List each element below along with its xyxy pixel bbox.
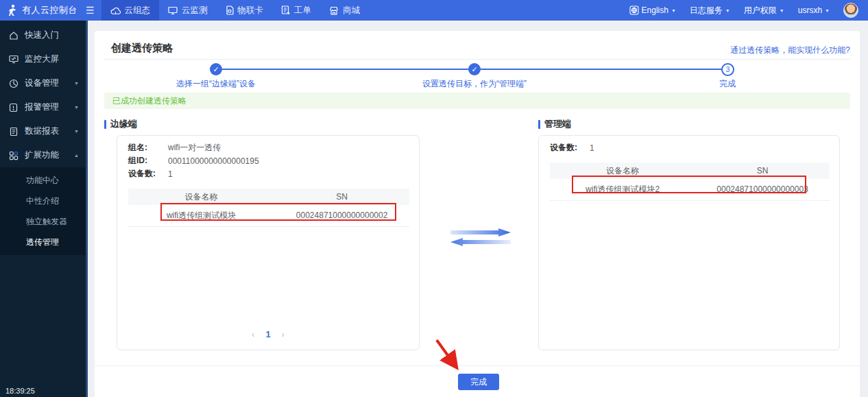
device-count-value: 1 bbox=[590, 143, 594, 153]
step-2-circle-done: ✓ bbox=[468, 63, 481, 75]
topnav-label: 物联卡 bbox=[238, 5, 264, 16]
report-icon bbox=[8, 127, 19, 136]
pagination-prev-icon[interactable]: ‹ bbox=[252, 329, 254, 339]
step-1-circle-done: ✓ bbox=[210, 63, 222, 75]
sidebar-item-data-report[interactable]: 数据报表 ▼ bbox=[0, 119, 86, 143]
app-logo[interactable]: 有人云控制台 bbox=[0, 4, 83, 16]
section-label: 边缘端 bbox=[110, 118, 137, 130]
pagination: ‹ 1 › bbox=[117, 329, 419, 339]
footer-divider bbox=[95, 365, 860, 366]
table-header-row: 设备名称 SN bbox=[550, 163, 830, 179]
work-order-icon bbox=[281, 5, 290, 15]
extensions-grid-icon bbox=[8, 151, 19, 160]
storefront-icon bbox=[329, 6, 339, 15]
hamburger-menu-icon[interactable]: ☰ bbox=[86, 0, 95, 21]
topnav-cloud-scada[interactable]: 云组态 bbox=[101, 0, 160, 21]
chevron-down-icon: ▼ bbox=[671, 8, 676, 13]
sidebar-submenu-extensions: 功能中心 中性介绍 独立触发器 透传管理 bbox=[0, 167, 86, 255]
column-header-device-name: 设备名称 bbox=[550, 163, 695, 179]
chevron-down-icon: ▼ bbox=[825, 8, 830, 13]
sidebar-item-label: 数据报表 bbox=[25, 125, 59, 137]
sidebar-item-label: 监控大屏 bbox=[25, 53, 59, 65]
check-icon: ✓ bbox=[213, 65, 219, 74]
device-count-label: 设备数: bbox=[128, 168, 161, 180]
title-divider bbox=[104, 59, 850, 60]
column-header-device-name: 设备名称 bbox=[128, 189, 274, 205]
sidebar-item-label: 设备管理 bbox=[25, 77, 59, 89]
account-menu[interactable]: usrsxh ▼ bbox=[798, 5, 830, 15]
device-count-value: 1 bbox=[168, 169, 173, 179]
topnav-work-order[interactable]: 工单 bbox=[272, 0, 320, 21]
sidebar-item-quick-start[interactable]: 快速入门 bbox=[0, 23, 86, 47]
language-select[interactable]: English ▼ bbox=[629, 5, 676, 15]
sidebar: 快速入门 监控大屏 设备管理 ▼ 报警管理 ▼ 数据报表 ▼ 扩展功能 ▲ 功 bbox=[0, 21, 86, 397]
log-service-menu[interactable]: 日志服务 ▼ bbox=[690, 5, 730, 16]
group-name-row: 组名: wifi一对一透传 bbox=[128, 136, 419, 154]
sidebar-edge-strip bbox=[86, 21, 88, 397]
sidebar-subitem-neutral-intro[interactable]: 中性介绍 bbox=[0, 191, 86, 211]
manage-device-panel: 设备数: 1 设备名称 SN wifi透传组测试模块2 000248710000… bbox=[538, 135, 840, 350]
device-sn-cell: 00024871000000000002 bbox=[274, 205, 409, 226]
topnav-label: 云监测 bbox=[182, 5, 208, 16]
username-label: usrsxh bbox=[798, 5, 822, 15]
step-number: 3 bbox=[726, 66, 730, 73]
sidebar-subitem-independent-trigger[interactable]: 独立触发器 bbox=[0, 211, 86, 232]
sidebar-subitem-passthrough-management[interactable]: 透传管理 bbox=[0, 232, 86, 252]
topnav-mall[interactable]: 商城 bbox=[320, 0, 369, 21]
monitor-icon bbox=[168, 6, 178, 15]
topnav-cloud-monitor[interactable]: 云监测 bbox=[159, 0, 217, 21]
sidebar-subitem-function-center[interactable]: 功能中心 bbox=[0, 170, 86, 191]
pagination-page-1[interactable]: 1 bbox=[265, 329, 270, 339]
topnav-label: 工单 bbox=[294, 5, 311, 16]
device-sn-cell: 00024871000000000003 bbox=[695, 179, 830, 200]
chevron-down-icon: ▼ bbox=[780, 8, 784, 13]
finish-button[interactable]: 完成 bbox=[458, 374, 499, 390]
help-link[interactable]: 通过透传策略，能实现什么功能? bbox=[730, 45, 850, 56]
sidebar-item-device-management[interactable]: 设备管理 ▼ bbox=[0, 71, 86, 95]
device-count-label: 设备数: bbox=[550, 142, 583, 154]
main-content-card: 创建透传策略 通过透传策略，能实现什么功能? ✓ ✓ 3 选择一组“边缘端”设备… bbox=[95, 31, 860, 397]
chevron-down-icon: ▼ bbox=[74, 129, 79, 134]
sidebar-item-label: 快速入门 bbox=[25, 29, 59, 41]
chevron-down-icon: ▼ bbox=[725, 8, 730, 13]
manage-section-title: 管理端 bbox=[538, 118, 571, 130]
table-header-row: 设备名称 SN bbox=[128, 189, 409, 205]
cloud-icon bbox=[110, 6, 121, 15]
sim-card-icon bbox=[226, 5, 234, 15]
success-banner: 已成功创建透传策略 bbox=[104, 93, 850, 109]
topbar: 有人云控制台 ☰ 云组态 云监测 物联卡 bbox=[0, 0, 868, 21]
sidebar-item-label: 扩展功能 bbox=[25, 149, 59, 161]
pagination-next-icon[interactable]: › bbox=[282, 329, 285, 339]
top-navigation: 云组态 云监测 物联卡 工单 bbox=[101, 0, 370, 21]
step-3-circle: 3 bbox=[721, 63, 734, 76]
brand-person-icon bbox=[7, 4, 18, 16]
big-screen-icon bbox=[8, 55, 19, 64]
device-name-cell: wifi透传组测试模块2 bbox=[550, 179, 695, 200]
section-label: 管理端 bbox=[544, 118, 571, 130]
group-id-row: 组ID: 00011000000000000195 bbox=[128, 154, 419, 167]
globe-icon bbox=[629, 5, 639, 15]
chevron-up-icon: ▲ bbox=[74, 153, 79, 158]
group-name-value: wifi一对一透传 bbox=[168, 142, 221, 154]
user-permission-label: 用户权限 bbox=[744, 5, 777, 16]
topnav-label: 云组态 bbox=[125, 5, 151, 16]
group-id-label: 组ID: bbox=[128, 155, 161, 167]
step-2-label: 设置透传目标，作为“管理端” bbox=[385, 78, 564, 90]
step-1-label: 选择一组“边缘端”设备 bbox=[127, 78, 305, 90]
topnav-label: 商城 bbox=[343, 5, 360, 16]
log-service-label: 日志服务 bbox=[690, 5, 723, 16]
check-icon: ✓ bbox=[471, 65, 477, 74]
bidirectional-transfer-icon bbox=[448, 228, 514, 248]
sidebar-item-alarm-management[interactable]: 报警管理 ▼ bbox=[0, 95, 86, 119]
user-permission-menu[interactable]: 用户权限 ▼ bbox=[744, 5, 784, 16]
sidebar-item-monitor-screen[interactable]: 监控大屏 bbox=[0, 47, 86, 71]
page-title: 创建透传策略 bbox=[111, 42, 173, 55]
column-header-sn: SN bbox=[695, 163, 830, 179]
topnav-iot-card[interactable]: 物联卡 bbox=[217, 0, 273, 21]
user-avatar[interactable] bbox=[843, 3, 858, 18]
home-icon bbox=[8, 31, 19, 40]
column-header-sn: SN bbox=[274, 189, 409, 205]
group-id-value: 00011000000000000195 bbox=[168, 156, 259, 166]
step-connector bbox=[481, 69, 721, 70]
sidebar-item-extensions[interactable]: 扩展功能 ▲ bbox=[0, 143, 86, 167]
